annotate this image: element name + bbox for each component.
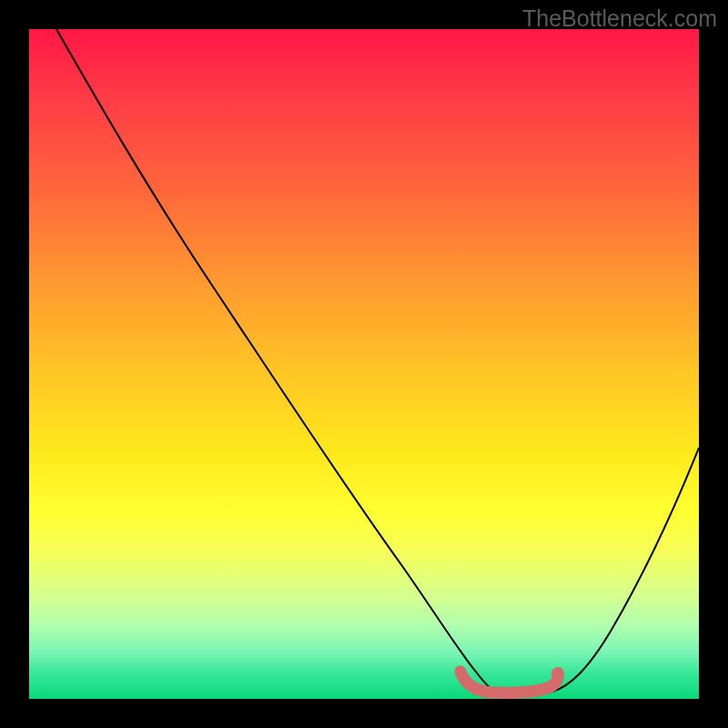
chart-plot-area <box>29 29 699 699</box>
watermark-text: TheBottleneck.com <box>522 5 717 32</box>
bottleneck-curve <box>56 29 699 696</box>
optimal-range-end-dot <box>551 667 564 680</box>
optimal-range-marker <box>460 672 558 693</box>
chart-svg <box>29 29 699 699</box>
